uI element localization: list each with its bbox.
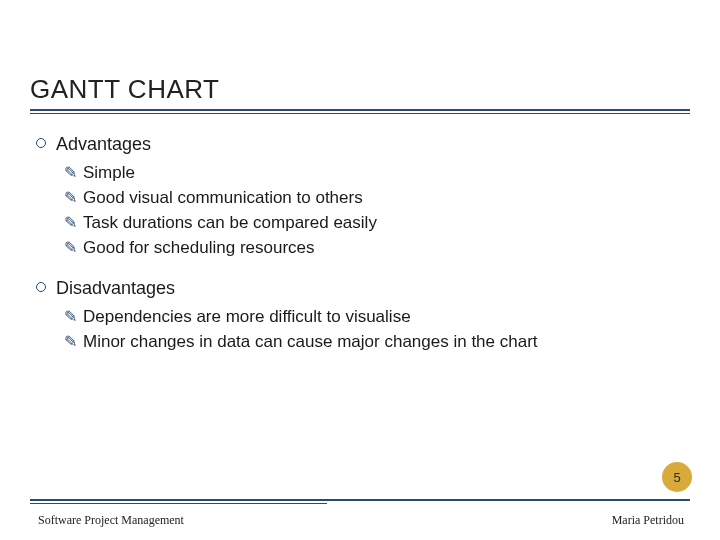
title-divider: [30, 109, 690, 114]
list-item-text: Dependencies are more difficult to visua…: [83, 306, 411, 329]
section-heading-row: Advantages: [36, 132, 690, 156]
footer-left-text: Software Project Management: [38, 513, 184, 528]
list-item: ✎ Simple: [64, 162, 690, 185]
list-item: ✎ Good visual communication to others: [64, 187, 690, 210]
section-heading: Advantages: [56, 132, 151, 156]
slide-content: Advantages ✎ Simple ✎ Good visual commun…: [30, 132, 690, 354]
wave-bullet-icon: ✎: [64, 237, 77, 259]
list-item-text: Good for scheduling resources: [83, 237, 315, 260]
list-item: ✎ Dependencies are more difficult to vis…: [64, 306, 690, 329]
section-heading-row: Disadvantages: [36, 276, 690, 300]
circle-bullet-icon: [36, 138, 46, 148]
footer-divider: [30, 499, 690, 504]
section-disadvantages: Disadvantages ✎ Dependencies are more di…: [36, 276, 690, 354]
wave-bullet-icon: ✎: [64, 212, 77, 234]
list-item-text: Minor changes in data can cause major ch…: [83, 331, 538, 354]
list-item: ✎ Minor changes in data can cause major …: [64, 331, 690, 354]
slide-title: GANTT CHART: [30, 74, 690, 105]
wave-bullet-icon: ✎: [64, 187, 77, 209]
section-advantages: Advantages ✎ Simple ✎ Good visual commun…: [36, 132, 690, 260]
list-item: ✎ Task durations can be compared easily: [64, 212, 690, 235]
slide: GANTT CHART Advantages ✎ Simple ✎ Good v…: [0, 0, 720, 540]
page-number-badge: 5: [662, 462, 692, 492]
disadvantages-list: ✎ Dependencies are more difficult to vis…: [36, 306, 690, 354]
list-item: ✎ Good for scheduling resources: [64, 237, 690, 260]
page-number: 5: [673, 470, 680, 485]
wave-bullet-icon: ✎: [64, 306, 77, 328]
section-heading: Disadvantages: [56, 276, 175, 300]
list-item-text: Simple: [83, 162, 135, 185]
wave-bullet-icon: ✎: [64, 331, 77, 353]
list-item-text: Task durations can be compared easily: [83, 212, 377, 235]
circle-bullet-icon: [36, 282, 46, 292]
advantages-list: ✎ Simple ✎ Good visual communication to …: [36, 162, 690, 260]
wave-bullet-icon: ✎: [64, 162, 77, 184]
list-item-text: Good visual communication to others: [83, 187, 363, 210]
footer-right-text: Maria Petridou: [612, 513, 684, 528]
